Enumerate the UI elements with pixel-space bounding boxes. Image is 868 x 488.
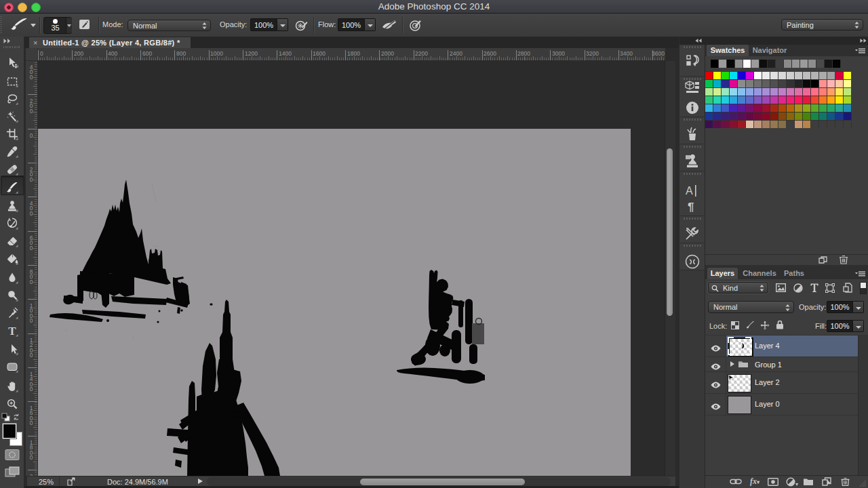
svg-text:¶: ¶ [688, 201, 694, 214]
svg-text:A: A [686, 185, 693, 197]
svg-text:T: T [8, 325, 16, 337]
